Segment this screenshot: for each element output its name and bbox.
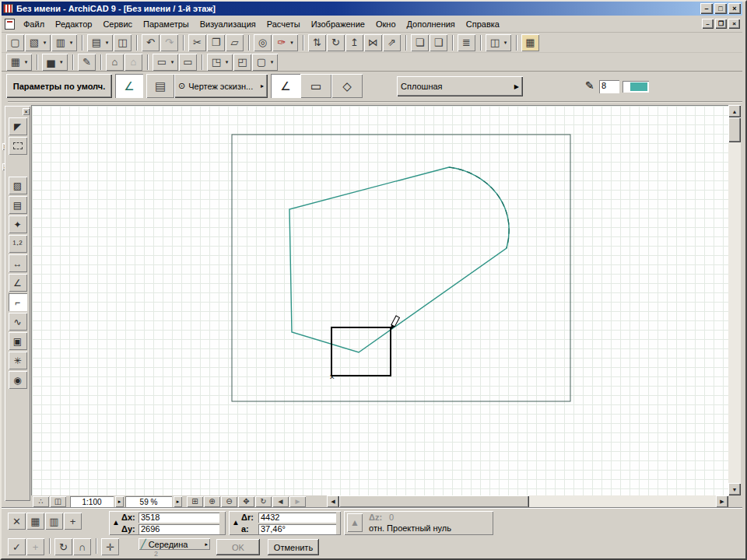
dropdown-arrow-icon[interactable]: ▾ <box>25 59 28 65</box>
snap-combo-arrow-icon[interactable]: ▸ <box>205 541 208 548</box>
elevate-element-icon[interactable]: ↥ <box>345 34 363 51</box>
angle-field[interactable]: 37,46° <box>258 524 336 534</box>
next-zoom-icon[interactable]: ► <box>289 496 306 507</box>
cursor-snap-icon[interactable]: ✛ <box>101 538 119 555</box>
cut-icon[interactable]: ✂ <box>188 34 206 51</box>
user-origin-icon[interactable]: + <box>64 513 82 530</box>
close-button[interactable]: × <box>728 3 741 14</box>
previous-zoom-icon[interactable]: ◄ <box>272 496 289 507</box>
dropdown-arrow-icon[interactable]: ▾ <box>226 59 229 65</box>
navigator-icon[interactable]: ▦▾ <box>6 54 32 71</box>
horizontal-scroll-track[interactable]: ◀ ▶ <box>327 495 728 508</box>
new-document-icon[interactable]: ▢ <box>6 34 24 51</box>
dx-field[interactable]: 3518 <box>139 513 219 523</box>
element-chart-icon[interactable]: ▅▾ <box>42 54 68 71</box>
gravity-icon[interactable]: ▥ <box>45 513 63 530</box>
dropdown-arrow-icon[interactable]: ▾ <box>271 59 274 65</box>
zoom-menu-arrow-icon[interactable]: ▸ <box>174 496 182 507</box>
document-icon[interactable] <box>5 19 15 30</box>
vertical-scroll-thumb[interactable] <box>728 117 741 142</box>
tracker-close-icon[interactable]: ✕ <box>8 513 26 530</box>
confirm-icon[interactable]: ✓ <box>8 538 26 555</box>
linetype-combo-arrow-icon[interactable]: ▶ <box>514 83 519 90</box>
vertical-scrollbar[interactable]: ▲ ▼ <box>728 105 741 495</box>
layer-combo-arrow-icon[interactable]: ▸ <box>261 82 264 89</box>
drawing-canvas[interactable]: ✕ <box>31 105 728 495</box>
z-marker-button[interactable]: ▲ <box>347 513 363 532</box>
scale-field[interactable]: 1:100 <box>70 496 114 507</box>
dropdown-arrow-icon[interactable]: ▾ <box>60 59 63 65</box>
menu-addons[interactable]: Дополнения <box>402 16 461 32</box>
object-tool-icon[interactable]: ▤ <box>9 196 27 214</box>
add-point-icon[interactable]: + <box>26 538 44 555</box>
stretch-element-icon[interactable]: ⇗ <box>383 34 401 51</box>
horizontal-scroll-thumb[interactable] <box>339 495 529 508</box>
menu-options[interactable]: Параметры <box>138 16 195 32</box>
menu-window[interactable]: Окно <box>370 16 402 32</box>
scale-menu-arrow-icon[interactable]: ▸ <box>115 496 124 507</box>
polyline-tool-icon[interactable]: ⌐ <box>9 293 27 311</box>
print-preview-icon[interactable]: ◫ <box>114 34 132 51</box>
storey-up-icon[interactable]: ⌂ <box>106 54 124 71</box>
mirror-element-icon[interactable]: ⋈ <box>364 34 382 51</box>
geometry-polyline-button[interactable]: ∠ <box>271 74 300 98</box>
polar-marker-icon[interactable]: ▲ <box>232 518 240 527</box>
storey-down-icon[interactable]: ⌂ <box>124 54 142 71</box>
scroll-up-icon[interactable]: ▲ <box>728 105 741 117</box>
menu-calculations[interactable]: Расчеты <box>261 16 306 32</box>
dropdown-arrow-icon[interactable]: ▾ <box>171 59 174 65</box>
zoom-out-icon[interactable]: ⊖ <box>221 496 237 507</box>
undo-icon[interactable]: ↶ <box>142 34 160 51</box>
magnet-snap-icon[interactable]: ∩ <box>73 538 91 555</box>
toolbox-close-icon[interactable]: ✕ <box>23 108 30 115</box>
walk-mode-icon[interactable]: ∴ <box>33 496 49 507</box>
rotate-element-icon[interactable]: ↻ <box>327 34 345 51</box>
group-elements-icon[interactable]: ❏ <box>411 34 429 51</box>
mdi-minimize-button[interactable]: – <box>702 19 714 29</box>
display-options-icon[interactable]: ◫▾ <box>486 34 511 51</box>
layer-combo[interactable]: ⊙ Чертеж эскизн... ▸ <box>174 74 268 98</box>
hotspot-tool-icon[interactable]: ✳ <box>9 352 27 369</box>
find-select-icon[interactable]: ◎ <box>254 34 272 51</box>
snap-point-combo[interactable]: ╱ Середина ▸ <box>139 538 210 550</box>
pen-number-field[interactable]: 8 <box>599 80 619 93</box>
layout-window-icon[interactable]: ◳▾ <box>207 54 233 71</box>
xy-marker-icon[interactable]: ▲ <box>112 518 120 527</box>
dropdown-arrow-icon[interactable]: ▾ <box>504 40 507 46</box>
mdi-restore-button[interactable]: ❐ <box>715 19 727 29</box>
menu-image[interactable]: Изображение <box>306 16 370 32</box>
cancel-button[interactable]: Отменить <box>268 539 319 555</box>
scroll-down-icon[interactable]: ▼ <box>728 483 741 495</box>
camera-tool-icon[interactable]: ◉ <box>9 371 27 389</box>
menu-help[interactable]: Справка <box>461 16 505 32</box>
ungroup-elements-icon[interactable]: ❑ <box>430 34 447 51</box>
maximize-button[interactable]: □ <box>714 3 727 14</box>
minimize-button[interactable]: – <box>700 3 713 14</box>
edit-pen-icon[interactable]: ✎ <box>78 54 96 71</box>
zoom-in-icon[interactable]: ⊕ <box>204 496 220 507</box>
lamp-tool-icon[interactable]: ✦ <box>9 215 27 233</box>
dropdown-arrow-icon[interactable]: ▾ <box>290 40 293 46</box>
menu-edit[interactable]: Редактор <box>50 16 97 32</box>
figure-tool-icon[interactable]: ▣ <box>9 332 27 350</box>
default-settings-button[interactable]: Параметры по умолч. <box>6 74 112 98</box>
linetype-combo[interactable]: Сплошная ▶ <box>397 76 523 96</box>
marquee-tool-icon[interactable] <box>9 137 27 155</box>
label-tool-icon[interactable]: ¹·² <box>9 235 27 253</box>
ok-button[interactable]: OK <box>216 539 260 555</box>
preview-mode-icon[interactable]: ◫ <box>50 496 66 507</box>
save-file-icon[interactable]: ▥▾ <box>51 34 77 51</box>
open-file-icon[interactable]: ▧▾ <box>25 34 51 51</box>
menu-tools[interactable]: Сервис <box>97 16 138 32</box>
active-tool-button[interactable]: ∠ <box>115 74 143 98</box>
grid-snap-icon[interactable]: ▦ <box>26 513 44 530</box>
redo-icon[interactable]: ↷ <box>160 34 178 51</box>
menu-file[interactable]: Файл <box>18 16 50 32</box>
tool-settings-button[interactable]: ▤ <box>146 74 174 98</box>
dropdown-arrow-icon[interactable]: ▾ <box>106 40 109 46</box>
layer-settings-icon[interactable]: ≣ <box>458 34 475 51</box>
rebuild-view-icon[interactable]: ↻ <box>255 496 272 507</box>
drag-element-icon[interactable]: ⇅ <box>308 34 326 51</box>
print-icon[interactable]: ▤▾ <box>87 34 113 51</box>
dy-field[interactable]: 2696 <box>139 524 219 534</box>
